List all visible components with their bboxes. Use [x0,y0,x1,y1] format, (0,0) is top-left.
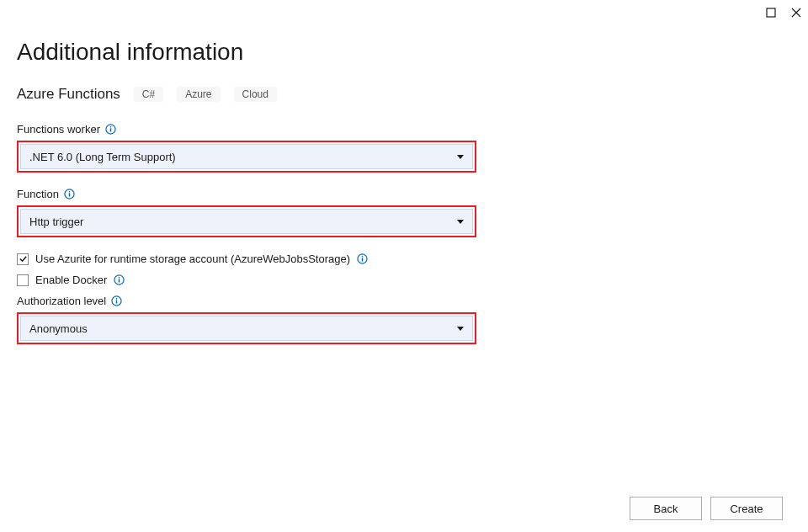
maximize-icon[interactable] [766,8,776,18]
docker-checkbox-label: Enable Docker [35,274,107,286]
dialog-window: Additional information Azure Functions C… [0,0,808,532]
auth-level-highlight: Anonymous [17,312,476,344]
svg-rect-14 [119,279,120,282]
azurite-checkbox[interactable] [17,253,29,265]
auth-level-label: Authorization level [17,295,106,307]
info-icon[interactable] [105,124,116,135]
functions-worker-label: Functions worker [17,123,100,136]
tag-cloud: Cloud [234,87,277,102]
svg-point-10 [362,256,364,258]
function-trigger-highlight: Http trigger [17,205,476,237]
auth-level-dropdown[interactable]: Anonymous [20,316,473,341]
svg-rect-0 [767,8,775,17]
create-button[interactable]: Create [710,497,783,520]
back-button[interactable]: Back [630,497,702,520]
titlebar [0,0,808,25]
info-icon[interactable] [357,253,368,264]
info-icon[interactable] [114,274,125,285]
project-type-label: Azure Functions [17,86,120,103]
docker-checkbox[interactable] [17,274,29,286]
functions-worker-value: .NET 6.0 (Long Term Support) [29,151,176,163]
auth-level-value: Anonymous [29,322,88,335]
page-title: Additional information [17,39,791,66]
info-icon[interactable] [111,295,122,306]
function-trigger-value: Http trigger [29,215,83,228]
azurite-checkbox-row: Use Azurite for runtime storage account … [17,253,791,265]
chevron-down-icon [457,327,464,331]
functions-worker-dropdown[interactable]: .NET 6.0 (Long Term Support) [20,144,473,169]
info-icon[interactable] [64,189,75,200]
close-icon[interactable] [791,8,801,18]
azurite-checkbox-label: Use Azurite for runtime storage account … [35,253,350,265]
svg-rect-8 [69,193,70,196]
chevron-down-icon [457,155,464,159]
function-trigger-label: Function [17,188,59,200]
svg-point-16 [116,298,118,300]
svg-point-4 [110,126,112,128]
svg-point-7 [69,191,71,193]
tag-azure: Azure [177,87,220,102]
docker-checkbox-row: Enable Docker [17,274,791,286]
function-trigger-dropdown[interactable]: Http trigger [20,209,473,234]
function-trigger-label-row: Function [17,188,791,200]
functions-worker-label-row: Functions worker [17,123,791,136]
auth-level-label-row: Authorization level [17,295,791,307]
content-area: Additional information Azure Functions C… [0,25,808,344]
tag-csharp: C# [134,87,163,102]
svg-point-13 [119,277,120,279]
footer: Back Create [630,497,783,520]
project-type-row: Azure Functions C# Azure Cloud [17,86,791,103]
functions-worker-highlight: .NET 6.0 (Long Term Support) [17,141,476,173]
svg-rect-11 [362,258,363,261]
chevron-down-icon [457,220,464,224]
svg-rect-5 [110,128,111,131]
svg-rect-17 [116,300,117,303]
